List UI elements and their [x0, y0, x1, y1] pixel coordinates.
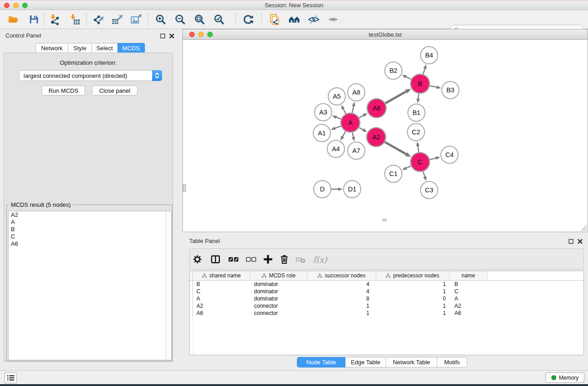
tab-motifs[interactable]: Motifs	[437, 357, 467, 367]
close-window-icon[interactable]	[4, 3, 10, 8]
mcds-result-list[interactable]: A2ABCA6	[8, 211, 172, 360]
cell-name[interactable]: B	[449, 281, 488, 288]
edge-A-A1[interactable]	[335, 126, 341, 129]
table-row[interactable]: Bdominator41B	[190, 281, 583, 288]
tab-select[interactable]: Select	[92, 43, 118, 53]
edge-A-A4[interactable]	[343, 131, 345, 137]
zoom-selected-icon[interactable]	[212, 13, 226, 26]
refresh-icon[interactable]	[241, 13, 255, 26]
cell-mcds-role[interactable]: dominator	[250, 295, 307, 302]
edge-A-A3[interactable]	[336, 117, 341, 119]
cell-successor-nodes[interactable]: 4	[307, 281, 376, 288]
mcds-result-item[interactable]: A6	[9, 240, 171, 248]
column-header-shared-name[interactable]: shared name	[193, 271, 250, 281]
table-row[interactable]: A6connector11A6	[190, 310, 583, 317]
task-history-button[interactable]	[5, 372, 17, 383]
mcds-result-item[interactable]: A2	[9, 211, 171, 219]
cell-name[interactable]: C	[449, 288, 488, 295]
tab-mcds[interactable]: MCDS	[118, 43, 145, 53]
edge-A-A5[interactable]	[343, 109, 346, 114]
edge-A2-C[interactable]	[385, 142, 406, 154]
memory-button[interactable]: Memory	[545, 372, 584, 383]
show-columns-icon[interactable]	[210, 254, 221, 265]
edge-A-A7[interactable]	[353, 133, 354, 137]
column-header-successor-nodes[interactable]: successor nodes	[307, 271, 376, 281]
column-header-predecessor-nodes[interactable]: predecessor nodes	[376, 271, 449, 281]
table-close-panel-icon[interactable]	[577, 238, 583, 244]
bottom-scroll-grip[interactable]	[382, 219, 387, 221]
houses-icon[interactable]	[287, 13, 301, 26]
deselect-all-checkboxes-icon[interactable]	[245, 254, 257, 265]
column-header-name[interactable]: name	[449, 271, 488, 281]
float-panel-icon[interactable]	[159, 33, 166, 39]
table-row[interactable]: Adominator80A	[190, 295, 583, 302]
mcds-result-item[interactable]: C	[9, 233, 171, 240]
export-network-icon[interactable]	[91, 13, 105, 26]
hide-eye-slash-icon[interactable]	[307, 13, 320, 26]
cell-shared-name[interactable]: A2	[193, 302, 250, 310]
network-canvas[interactable]: B4B2BB3A8A5A6A3B1AC2A1A2A4A7C4CC1C3DD1	[183, 40, 588, 232]
cell-successor-nodes[interactable]: 1	[307, 302, 376, 310]
settings-gear-icon[interactable]	[191, 254, 203, 265]
run-mcds-button[interactable]: Run MCDS	[42, 86, 85, 95]
select-all-checkboxes-icon[interactable]	[228, 254, 239, 265]
tab-network-table[interactable]: Network Table	[386, 357, 437, 367]
cell-shared-name[interactable]: C	[193, 288, 250, 295]
cell-shared-name[interactable]: B	[193, 281, 250, 288]
edge-B-B4[interactable]	[423, 69, 425, 74]
zoom-in-icon[interactable]	[154, 13, 167, 26]
network-zoom-icon[interactable]	[207, 32, 213, 37]
edge-A-A8[interactable]	[352, 106, 354, 113]
table-row[interactable]: A2connector11A2	[190, 302, 583, 310]
export-image-icon[interactable]	[129, 13, 143, 26]
cell-successor-nodes[interactable]: 8	[307, 295, 376, 302]
zoom-out-icon[interactable]	[173, 13, 187, 26]
mcds-result-item[interactable]: A	[9, 219, 171, 226]
network-titlebar[interactable]: testGlobe.txt	[183, 29, 588, 40]
import-table-icon[interactable]	[68, 13, 81, 26]
close-panel-button[interactable]: Close panel	[92, 86, 138, 95]
cell-successor-nodes[interactable]: 4	[307, 288, 376, 295]
edge-C-C4[interactable]	[430, 158, 436, 159]
left-scroll-grip[interactable]	[183, 184, 186, 192]
tab-node-table[interactable]: Node Table	[297, 357, 345, 367]
cell-predecessor-nodes[interactable]: 1	[376, 302, 449, 310]
edge-C-C2[interactable]	[418, 146, 419, 152]
delete-row-icon[interactable]	[278, 254, 290, 265]
cell-name[interactable]: A	[449, 295, 488, 302]
edge-A6-B[interactable]	[385, 91, 406, 103]
edge-A-A2[interactable]	[359, 128, 363, 130]
edge-B-B1[interactable]	[418, 94, 419, 99]
cell-shared-name[interactable]: A	[193, 295, 250, 302]
zoom-fit-icon[interactable]	[193, 13, 206, 26]
tab-style[interactable]: Style	[68, 43, 92, 53]
table-row[interactable]: Cdominator41C	[190, 288, 583, 295]
result-scrollbar[interactable]	[166, 211, 171, 360]
cell-predecessor-nodes[interactable]: 1	[376, 288, 449, 295]
column-header-mcds-role[interactable]: MCDS role	[250, 271, 307, 281]
cell-name[interactable]: A2	[449, 302, 488, 310]
tab-edge-table[interactable]: Edge Table	[345, 357, 386, 367]
network-close-icon[interactable]	[189, 32, 195, 37]
cell-mcds-role[interactable]: dominator	[250, 288, 307, 295]
edge-C-C1[interactable]	[406, 166, 411, 168]
edge-B-B2[interactable]	[406, 77, 411, 80]
edge-B-B3[interactable]	[430, 86, 437, 87]
add-row-icon[interactable]	[262, 254, 274, 265]
open-folder-icon[interactable]	[6, 13, 20, 26]
close-panel-icon[interactable]	[168, 33, 175, 39]
save-session-icon[interactable]	[27, 13, 41, 26]
import-network-icon[interactable]	[48, 13, 62, 26]
network-graph[interactable]: B4B2BB3A8A5A6A3B1AC2A1A2A4A7C4CC1C3DD1	[183, 40, 588, 232]
cell-mcds-role[interactable]: connector	[250, 310, 307, 317]
node-table[interactable]: shared nameMCDS rolesuccessor nodesprede…	[189, 271, 584, 355]
cell-shared-name[interactable]: A6	[193, 310, 250, 317]
document-network-icon[interactable]	[268, 13, 282, 26]
zoom-window-icon[interactable]	[22, 3, 28, 8]
cell-mcds-role[interactable]: dominator	[250, 281, 307, 288]
cell-mcds-role[interactable]: connector	[250, 302, 307, 310]
table-float-panel-icon[interactable]	[568, 238, 574, 244]
cell-name[interactable]: A6	[449, 310, 488, 317]
cell-predecessor-nodes[interactable]: 1	[376, 310, 449, 317]
resize-grip-icon[interactable]	[579, 224, 587, 231]
